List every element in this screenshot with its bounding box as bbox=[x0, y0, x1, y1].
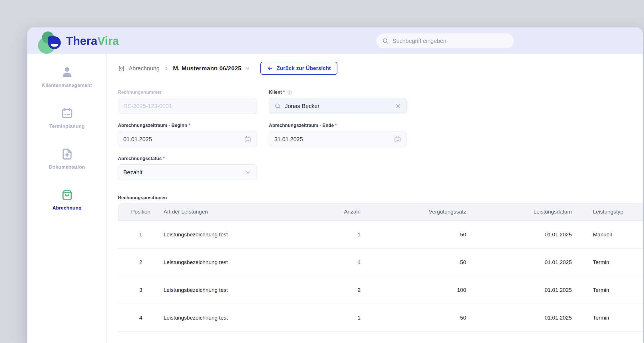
zeitraum-beginn-value: 01.01.2025 bbox=[123, 136, 240, 143]
rechnungsnummer-input[interactable] bbox=[123, 103, 251, 109]
logo-chat-bubble bbox=[48, 36, 61, 49]
field-zeitraum-ende: Abrechnungszeitraum - Ende* 31.01.2025 bbox=[269, 123, 407, 147]
column-header: Position bbox=[118, 203, 164, 221]
breadcrumb-section[interactable]: Abrechnung bbox=[129, 65, 160, 72]
person-icon bbox=[61, 66, 74, 79]
search-icon bbox=[382, 37, 389, 44]
breadcrumb: Abrechnung M. Mustermann 06/2025 Zurück … bbox=[118, 62, 643, 75]
calendar-icon bbox=[61, 107, 74, 120]
abrechnungsstatus-value: Bezahlt bbox=[123, 169, 241, 176]
field-zeitraum-beginn: Abrechnungszeitraum - Beginn* 01.01.2025 bbox=[118, 123, 257, 147]
positions-table-header: PositionArt der LeistungenAnzahlVergütun… bbox=[118, 203, 643, 221]
sidebar: Klientenmanagement Terminplanung Dokumen… bbox=[27, 54, 107, 343]
cell-leistungstyp: Manuell bbox=[572, 221, 643, 248]
calendar-icon[interactable] bbox=[394, 135, 401, 143]
sidebar-item-klientenmanagement[interactable]: Klientenmanagement bbox=[27, 66, 106, 88]
sidebar-item-label: Klientenmanagement bbox=[42, 83, 92, 88]
cell-position: 4 bbox=[118, 304, 164, 332]
clear-icon[interactable] bbox=[395, 103, 401, 109]
info-icon[interactable] bbox=[287, 90, 292, 95]
invoice-form: Rechnungsnummer Klient* Jonas Becke bbox=[118, 89, 643, 189]
app-title: TheraVira bbox=[66, 35, 119, 47]
cell-anzahl: 1 bbox=[292, 221, 361, 248]
app-title-secondary: Vira bbox=[97, 35, 119, 47]
cell-position: 2 bbox=[118, 248, 164, 276]
document-plus-icon bbox=[61, 147, 74, 161]
cell-art-der-leistungen: Leistungsbezeichnung test bbox=[164, 276, 292, 304]
cell-art-der-leistungen: Leistungsbezeichnung test bbox=[164, 248, 292, 276]
table-row: 3 Leistungsbezeichnung test 2 100 01.01.… bbox=[118, 276, 643, 304]
cell-verguetungssatz: 50 bbox=[361, 304, 466, 332]
global-search[interactable] bbox=[376, 33, 514, 48]
cell-position: 1 bbox=[118, 221, 164, 248]
chevron-down-icon bbox=[245, 169, 251, 176]
abrechnungsstatus-select[interactable]: Bezahlt bbox=[118, 164, 257, 180]
klient-value: Jonas Becker bbox=[285, 103, 391, 109]
breadcrumb-current: M. Mustermann 06/2025 bbox=[173, 65, 242, 72]
field-rechnungsnummer: Rechnungsnummer bbox=[118, 89, 257, 114]
klient-label: Klient* bbox=[269, 89, 407, 95]
zeitraum-beginn-label: Abrechnungszeitraum - Beginn* bbox=[118, 123, 257, 128]
search-input[interactable] bbox=[393, 38, 508, 44]
cell-leistungstyp: Termin bbox=[572, 304, 643, 332]
zeitraum-ende-value: 31.01.2025 bbox=[274, 136, 390, 143]
field-klient: Klient* Jonas Becker bbox=[269, 89, 407, 114]
arrow-left-icon bbox=[267, 65, 273, 71]
cell-position: 3 bbox=[118, 276, 164, 304]
calendar-icon[interactable] bbox=[244, 135, 251, 143]
bag-icon bbox=[61, 188, 74, 202]
abrechnungsstatus-label: Abrechnungsstatus* bbox=[118, 156, 257, 161]
cell-anzahl: 1 bbox=[292, 248, 361, 276]
positions-section-label: Rechnungspositionen bbox=[118, 195, 643, 200]
required-marker: * bbox=[283, 90, 285, 95]
cell-leistungsdatum: 01.01.2025 bbox=[466, 221, 572, 248]
table-row: 1 Leistungsbezeichnung test 1 50 01.01.2… bbox=[118, 221, 643, 248]
sidebar-item-terminplanung[interactable]: Terminplanung bbox=[27, 107, 106, 129]
column-header: Leistungstyp bbox=[572, 203, 643, 221]
sidebar-item-label: Dokumentation bbox=[49, 164, 85, 170]
cell-leistungsdatum: 01.01.2025 bbox=[466, 304, 572, 332]
app-body: Klientenmanagement Terminplanung Dokumen… bbox=[27, 54, 643, 343]
zeitraum-beginn-datepicker[interactable]: 01.01.2025 bbox=[118, 131, 257, 147]
klient-search-field[interactable]: Jonas Becker bbox=[269, 98, 407, 114]
app-logo[interactable]: TheraVira bbox=[38, 29, 119, 52]
cell-anzahl: 1 bbox=[292, 304, 361, 332]
cell-leistungsdatum: 01.01.2025 bbox=[466, 276, 572, 304]
cell-verguetungssatz: 100 bbox=[361, 276, 466, 304]
field-abrechnungsstatus: Abrechnungsstatus* Bezahlt bbox=[118, 156, 257, 180]
sidebar-item-abrechnung[interactable]: Abrechnung bbox=[27, 188, 106, 211]
chevron-right-icon bbox=[160, 66, 173, 71]
cell-art-der-leistungen: Leistungsbezeichnung test bbox=[164, 304, 292, 332]
cell-leistungsdatum: 01.01.2025 bbox=[466, 248, 572, 276]
column-header: Leistungsdatum bbox=[466, 203, 572, 221]
cell-anzahl: 2 bbox=[292, 276, 361, 304]
required-marker: * bbox=[335, 123, 337, 128]
screen: { "ui": { "required_marker": "*" }, "col… bbox=[0, 0, 644, 343]
sidebar-item-label: Terminplanung bbox=[49, 123, 84, 129]
cell-verguetungssatz: 50 bbox=[361, 248, 466, 276]
search-icon bbox=[274, 103, 281, 109]
app-window: TheraVira Klientenmanagement Terminplanu… bbox=[27, 27, 643, 343]
zeitraum-ende-datepicker[interactable]: 31.01.2025 bbox=[269, 131, 407, 147]
rechnungsnummer-label: Rechnungsnummer bbox=[118, 89, 257, 95]
chevron-down-icon[interactable] bbox=[245, 66, 250, 71]
back-to-overview-button[interactable]: Zurück zur Übersicht bbox=[260, 62, 337, 75]
positions-table: PositionArt der LeistungenAnzahlVergütun… bbox=[118, 203, 643, 343]
bag-icon bbox=[118, 65, 125, 72]
column-header: Art der Leistungen bbox=[164, 203, 292, 221]
column-header: Vergütungssatz bbox=[361, 203, 466, 221]
cell-leistungstyp: Termin bbox=[572, 276, 643, 304]
table-row: 2 Leistungsbezeichnung test 1 50 01.01.2… bbox=[118, 248, 643, 276]
cell-verguetungssatz: 50 bbox=[361, 221, 466, 248]
cell-art-der-leistungen: Leistungsbezeichnung test bbox=[164, 221, 292, 248]
rechnungsnummer-input-wrap bbox=[118, 98, 257, 114]
back-button-label: Zurück zur Übersicht bbox=[277, 65, 331, 71]
sidebar-item-dokumentation[interactable]: Dokumentation bbox=[27, 147, 106, 170]
logo-smile bbox=[51, 44, 58, 47]
column-header: Anzahl bbox=[292, 203, 361, 221]
table-row-partial bbox=[118, 332, 643, 343]
zeitraum-ende-label: Abrechnungszeitraum - Ende* bbox=[269, 123, 407, 128]
required-marker: * bbox=[188, 123, 190, 128]
form-grid-spacer bbox=[269, 156, 407, 189]
app-title-primary: Thera bbox=[66, 35, 97, 47]
